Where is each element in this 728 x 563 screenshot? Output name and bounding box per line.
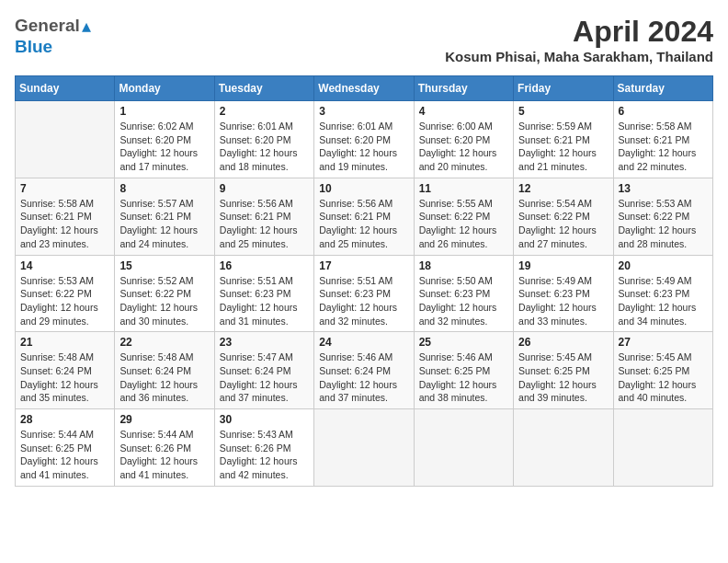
day-number: 21 bbox=[20, 336, 109, 349]
logo-bird-icon: ▴ bbox=[82, 15, 91, 37]
day-info: Sunrise: 5:58 AM Sunset: 6:21 PM Dayligh… bbox=[20, 197, 109, 251]
day-number: 24 bbox=[319, 336, 408, 349]
day-info: Sunrise: 5:45 AM Sunset: 6:25 PM Dayligh… bbox=[619, 350, 708, 405]
calendar-cell: 8Sunrise: 5:57 AM Sunset: 6:21 PM Daylig… bbox=[115, 178, 214, 255]
day-number: 12 bbox=[518, 182, 608, 195]
calendar-cell bbox=[16, 101, 115, 178]
day-info: Sunrise: 5:51 AM Sunset: 6:23 PM Dayligh… bbox=[220, 274, 309, 328]
calendar-cell bbox=[314, 409, 414, 487]
calendar-cell bbox=[613, 409, 712, 487]
calendar-cell: 21Sunrise: 5:48 AM Sunset: 6:24 PM Dayli… bbox=[16, 332, 115, 409]
calendar-cell: 27Sunrise: 5:45 AM Sunset: 6:25 PM Dayli… bbox=[613, 332, 712, 409]
calendar-cell: 23Sunrise: 5:47 AM Sunset: 6:24 PM Dayli… bbox=[214, 332, 313, 409]
calendar-cell: 3Sunrise: 6:01 AM Sunset: 6:20 PM Daylig… bbox=[314, 101, 414, 178]
day-info: Sunrise: 5:44 AM Sunset: 6:26 PM Dayligh… bbox=[119, 428, 209, 482]
day-number: 22 bbox=[119, 336, 209, 349]
day-number: 26 bbox=[518, 336, 608, 349]
day-info: Sunrise: 5:54 AM Sunset: 6:22 PM Dayligh… bbox=[518, 197, 608, 251]
day-number: 9 bbox=[220, 182, 309, 195]
day-number: 19 bbox=[518, 259, 608, 272]
calendar-cell: 30Sunrise: 5:43 AM Sunset: 6:26 PM Dayli… bbox=[214, 409, 313, 487]
day-info: Sunrise: 5:43 AM Sunset: 6:26 PM Dayligh… bbox=[220, 428, 309, 482]
day-number: 30 bbox=[220, 413, 309, 426]
day-number: 7 bbox=[20, 182, 109, 195]
day-info: Sunrise: 5:49 AM Sunset: 6:23 PM Dayligh… bbox=[619, 274, 708, 328]
calendar-week-row: 21Sunrise: 5:48 AM Sunset: 6:24 PM Dayli… bbox=[16, 332, 713, 409]
day-number: 6 bbox=[619, 105, 708, 118]
day-number: 17 bbox=[319, 259, 408, 272]
day-info: Sunrise: 5:55 AM Sunset: 6:22 PM Dayligh… bbox=[419, 197, 508, 251]
day-info: Sunrise: 6:02 AM Sunset: 6:20 PM Dayligh… bbox=[119, 120, 209, 174]
day-number: 3 bbox=[319, 105, 408, 118]
calendar-cell: 15Sunrise: 5:52 AM Sunset: 6:22 PM Dayli… bbox=[115, 255, 214, 332]
day-info: Sunrise: 5:49 AM Sunset: 6:23 PM Dayligh… bbox=[518, 274, 608, 328]
calendar-cell: 10Sunrise: 5:56 AM Sunset: 6:21 PM Dayli… bbox=[314, 178, 414, 255]
weekday-header-row: SundayMondayTuesdayWednesdayThursdayFrid… bbox=[16, 76, 713, 101]
calendar-week-row: 1Sunrise: 6:02 AM Sunset: 6:20 PM Daylig… bbox=[16, 101, 713, 178]
calendar-cell: 6Sunrise: 5:58 AM Sunset: 6:21 PM Daylig… bbox=[613, 101, 712, 178]
calendar-cell: 12Sunrise: 5:54 AM Sunset: 6:22 PM Dayli… bbox=[514, 178, 613, 255]
day-info: Sunrise: 5:47 AM Sunset: 6:24 PM Dayligh… bbox=[220, 350, 309, 405]
calendar-cell: 26Sunrise: 5:45 AM Sunset: 6:25 PM Dayli… bbox=[514, 332, 613, 409]
weekday-header-cell: Monday bbox=[115, 76, 214, 101]
day-number: 20 bbox=[619, 259, 708, 272]
day-number: 11 bbox=[419, 182, 508, 195]
day-info: Sunrise: 5:45 AM Sunset: 6:25 PM Dayligh… bbox=[518, 350, 608, 405]
day-number: 2 bbox=[220, 105, 309, 118]
calendar-cell: 1Sunrise: 6:02 AM Sunset: 6:20 PM Daylig… bbox=[115, 101, 214, 178]
calendar-cell: 18Sunrise: 5:50 AM Sunset: 6:23 PM Dayli… bbox=[414, 255, 513, 332]
day-number: 15 bbox=[119, 259, 209, 272]
calendar-cell: 7Sunrise: 5:58 AM Sunset: 6:21 PM Daylig… bbox=[16, 178, 115, 255]
day-number: 18 bbox=[419, 259, 508, 272]
day-number: 8 bbox=[119, 182, 209, 195]
calendar-week-row: 7Sunrise: 5:58 AM Sunset: 6:21 PM Daylig… bbox=[16, 178, 713, 255]
calendar-cell: 14Sunrise: 5:53 AM Sunset: 6:22 PM Dayli… bbox=[16, 255, 115, 332]
day-info: Sunrise: 5:52 AM Sunset: 6:22 PM Dayligh… bbox=[119, 274, 209, 328]
calendar-cell: 19Sunrise: 5:49 AM Sunset: 6:23 PM Dayli… bbox=[514, 255, 613, 332]
day-info: Sunrise: 5:48 AM Sunset: 6:24 PM Dayligh… bbox=[119, 350, 209, 405]
calendar-cell: 2Sunrise: 6:01 AM Sunset: 6:20 PM Daylig… bbox=[214, 101, 313, 178]
weekday-header-cell: Wednesday bbox=[314, 76, 414, 101]
weekday-header-cell: Sunday bbox=[16, 76, 115, 101]
day-number: 14 bbox=[20, 259, 109, 272]
calendar-cell: 17Sunrise: 5:51 AM Sunset: 6:23 PM Dayli… bbox=[314, 255, 414, 332]
day-info: Sunrise: 5:46 AM Sunset: 6:24 PM Dayligh… bbox=[319, 350, 408, 405]
calendar-cell: 29Sunrise: 5:44 AM Sunset: 6:26 PM Dayli… bbox=[115, 409, 214, 487]
calendar-cell: 24Sunrise: 5:46 AM Sunset: 6:24 PM Dayli… bbox=[314, 332, 414, 409]
calendar-cell: 28Sunrise: 5:44 AM Sunset: 6:25 PM Dayli… bbox=[16, 409, 115, 487]
title-area: April 2024 Kosum Phisai, Maha Sarakham, … bbox=[445, 15, 713, 64]
header: General ▴ Blue April 2024 Kosum Phisai, … bbox=[15, 15, 713, 64]
day-number: 4 bbox=[419, 105, 508, 118]
calendar-cell: 4Sunrise: 6:00 AM Sunset: 6:20 PM Daylig… bbox=[414, 101, 513, 178]
day-number: 27 bbox=[619, 336, 708, 349]
day-info: Sunrise: 5:53 AM Sunset: 6:22 PM Dayligh… bbox=[20, 274, 109, 328]
day-info: Sunrise: 5:44 AM Sunset: 6:25 PM Dayligh… bbox=[20, 428, 109, 482]
day-info: Sunrise: 5:56 AM Sunset: 6:21 PM Dayligh… bbox=[319, 197, 408, 251]
calendar-cell: 25Sunrise: 5:46 AM Sunset: 6:25 PM Dayli… bbox=[414, 332, 513, 409]
day-info: Sunrise: 5:58 AM Sunset: 6:21 PM Dayligh… bbox=[619, 120, 708, 174]
day-info: Sunrise: 6:01 AM Sunset: 6:20 PM Dayligh… bbox=[220, 120, 309, 174]
weekday-header-cell: Thursday bbox=[414, 76, 513, 101]
weekday-header-cell: Saturday bbox=[613, 76, 712, 101]
day-info: Sunrise: 5:48 AM Sunset: 6:24 PM Dayligh… bbox=[20, 350, 109, 405]
day-number: 25 bbox=[419, 336, 508, 349]
calendar-cell: 22Sunrise: 5:48 AM Sunset: 6:24 PM Dayli… bbox=[115, 332, 214, 409]
calendar-cell: 16Sunrise: 5:51 AM Sunset: 6:23 PM Dayli… bbox=[214, 255, 313, 332]
location-title: Kosum Phisai, Maha Sarakham, Thailand bbox=[445, 49, 713, 64]
day-number: 13 bbox=[619, 182, 708, 195]
calendar-week-row: 14Sunrise: 5:53 AM Sunset: 6:22 PM Dayli… bbox=[16, 255, 713, 332]
day-number: 16 bbox=[220, 259, 309, 272]
logo: General ▴ Blue bbox=[15, 15, 91, 57]
day-info: Sunrise: 5:50 AM Sunset: 6:23 PM Dayligh… bbox=[419, 274, 508, 328]
calendar-body: 1Sunrise: 6:02 AM Sunset: 6:20 PM Daylig… bbox=[16, 101, 713, 487]
day-number: 10 bbox=[319, 182, 408, 195]
month-title: April 2024 bbox=[445, 15, 713, 49]
day-info: Sunrise: 6:00 AM Sunset: 6:20 PM Dayligh… bbox=[419, 120, 508, 174]
calendar-cell bbox=[514, 409, 613, 487]
logo-general: General bbox=[15, 16, 80, 36]
day-number: 5 bbox=[518, 105, 608, 118]
day-number: 29 bbox=[119, 413, 209, 426]
weekday-header-cell: Tuesday bbox=[214, 76, 313, 101]
calendar-table: SundayMondayTuesdayWednesdayThursdayFrid… bbox=[15, 75, 713, 487]
day-number: 23 bbox=[220, 336, 309, 349]
